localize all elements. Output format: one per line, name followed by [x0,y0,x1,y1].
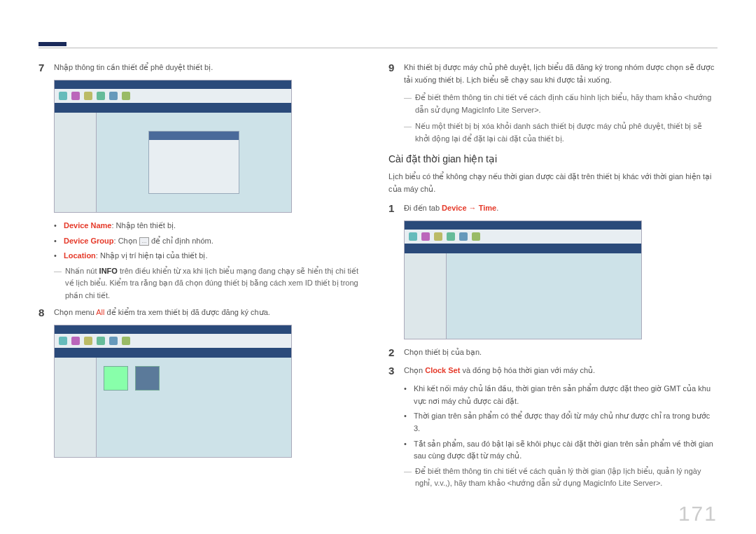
bullet-device-name: Device Name: Nhập tên thiết bị. [54,220,368,232]
text-a: : Chọn [114,237,139,245]
text-red: All [96,308,104,316]
step-number: 1 [388,202,404,215]
bullet-device-group: Device Group: Chọn … để chỉ định nhóm. [54,235,368,248]
browse-icon: … [139,237,149,246]
step-1: 1 Đi đến tab Device → Time. [388,202,718,215]
step-3: 3 Chọn Clock Set và đồng bộ hóa thời gia… [388,365,718,377]
step-number: 7 [38,62,54,74]
label: Device Name [64,221,112,230]
note-b: INFO [99,267,118,275]
screenshot-all-menu [54,325,292,458]
step-text: Chọn Clock Set và đồng bộ hóa thời gian … [404,365,718,377]
step-number: 8 [38,307,54,319]
screenshot-approve-dialog [54,80,292,213]
section-intro: Lịch biểu có thể không chạy nếu thời gia… [388,171,718,195]
text-a: Chọn [404,366,425,374]
page-number: 171 [678,497,718,531]
label: Device Group [64,237,114,245]
sub-bullets: Khi kết nối máy chủ lần đầu, thời gian t… [404,383,718,463]
left-column: 7 Nhập thông tin cần thiết để phê duyệt … [38,62,368,465]
step-text: Khi thiết bị được máy chủ phê duyệt, lịc… [404,62,718,86]
step-8: 8 Chọn menu All để kiểm tra xem thiết bị… [38,307,368,319]
step-number: 3 [388,365,404,377]
section-heading: Cài đặt thời gian hiện tại [388,151,718,167]
sub-bullet: Thời gian trên sản phẩm có thể được thay… [404,410,718,435]
step-number: 2 [388,346,404,359]
sub-bullet: Khi kết nối máy chủ lần đầu, thời gian t… [404,383,718,407]
note-a: Nhấn nút [65,267,99,275]
screenshot-device-time [404,220,642,339]
text-b: để chỉ định nhóm. [149,237,214,245]
step-text: Đi đến tab Device → Time. [404,202,718,215]
step-2: 2 Chọn thiết bị của bạn. [388,346,718,359]
bullet-location: Location: Nhập vị trí hiện tại của thiết… [54,250,368,262]
text-a: Đi đến tab [404,204,442,212]
step-number: 9 [388,62,404,86]
step-text: Chọn menu All để kiểm tra xem thiết bị đ… [54,307,368,319]
note-time-guide: Để biết thêm thông tin chi tiết về cách … [404,465,718,490]
sub-bullet: Tắt sản phẩm, sau đó bật lại sẽ khôi phụ… [404,438,718,463]
note-device-removed: Nếu một thiết bị bị xóa khỏi danh sách t… [404,120,718,145]
text-c: và đồng bộ hóa thời gian với máy chủ. [460,366,595,374]
step-7: 7 Nhập thông tin cần thiết để phê duyệt … [38,62,368,74]
text: : Nhập tên thiết bị. [112,221,176,230]
label: Location [64,251,96,260]
step-9: 9 Khi thiết bị được máy chủ phê duyệt, l… [388,62,718,86]
text-red: Device → Time [442,204,496,212]
text-a: Chọn menu [54,308,96,316]
text-c: . [496,204,498,212]
step-text: Chọn thiết bị của bạn. [404,346,718,359]
right-column: 9 Khi thiết bị được máy chủ phê duyệt, l… [388,62,718,494]
text-c: để kiểm tra xem thiết bị đã được đăng ký… [104,308,270,316]
header-accent [38,42,66,46]
text-red: Clock Set [425,366,460,374]
text: : Nhập vị trí hiện tại của thiết bị. [96,251,208,260]
step-text: Nhập thông tin cần thiết để phê duyệt th… [54,62,368,74]
note-schedule-guide: Để biết thêm thông tin chi tiết về cách … [404,92,718,116]
header-rule [38,48,718,48]
bullet-list: Device Name: Nhập tên thiết bị. Device G… [54,220,368,262]
note-info: Nhấn nút INFO trên điều khiển từ xa khi … [54,265,368,302]
